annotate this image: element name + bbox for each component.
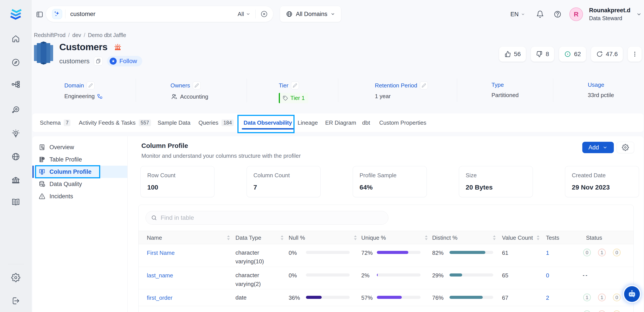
sidebar-lineage-icon[interactable]: [10, 79, 21, 90]
sidebar-home-icon[interactable]: [10, 33, 21, 44]
sidebar-observe-icon[interactable]: [10, 104, 21, 115]
entity-name: customers: [59, 57, 90, 65]
sort-carets-icon[interactable]: [354, 231, 357, 244]
tab-queries[interactable]: Queries184: [198, 113, 234, 132]
stat-refresh-button[interactable]: 47.6: [591, 47, 623, 62]
tab-er-diagram[interactable]: ER Diagram: [325, 113, 356, 132]
edit-pencil-icon[interactable]: [87, 82, 94, 89]
column-header-data-type[interactable]: Data Type: [236, 231, 261, 244]
edit-pencil-icon[interactable]: [291, 82, 299, 89]
cell-tests[interactable]: 2: [546, 294, 549, 301]
search-scope-dropdown[interactable]: All: [238, 11, 250, 18]
column-header-value-count[interactable]: Value Count: [502, 231, 533, 244]
table-row[interactable]: [138, 306, 634, 312]
status-badge: 1: [583, 293, 591, 301]
tab-custom-properties[interactable]: Custom Properties: [379, 113, 426, 132]
breadcrumb-item[interactable]: Demo dbt Jaffle: [88, 32, 126, 38]
sidebar-governance-icon[interactable]: [10, 175, 21, 186]
sidebar-insights-icon[interactable]: [10, 128, 21, 139]
cell-tests[interactable]: 0: [546, 272, 549, 279]
add-button[interactable]: Add: [582, 142, 614, 153]
cell-name[interactable]: First Name: [147, 250, 174, 256]
tier-badge[interactable]: Tier 1: [279, 93, 308, 103]
cell-name[interactable]: first_order: [147, 294, 172, 301]
subnav-item-table-profile[interactable]: Table Profile: [32, 153, 127, 166]
ai-sparkle-icon[interactable]: [52, 9, 62, 19]
stat-circle-dot-button[interactable]: 62: [559, 47, 586, 62]
cell-name[interactable]: last_name: [147, 272, 173, 279]
edit-pencil-icon[interactable]: [420, 82, 428, 89]
percent-bar-fill: [450, 273, 462, 276]
profile-settings-button[interactable]: [617, 142, 634, 153]
tab-dbt[interactable]: dbt: [362, 113, 370, 132]
breadcrumb-item[interactable]: RedshiftProd: [34, 32, 66, 38]
column-header-status[interactable]: Status: [586, 231, 602, 244]
table-row[interactable]: last_namecharacter varying(2)0%2%29%650-…: [138, 267, 634, 289]
notifications-bell-icon[interactable]: [536, 10, 544, 18]
search-input[interactable]: customer: [70, 11, 238, 18]
table-row[interactable]: first_orderdate36%57%76%672110: [138, 289, 634, 306]
tab-data-observability[interactable]: Data Observability: [244, 113, 292, 132]
sort-carets-icon[interactable]: [227, 231, 230, 244]
percent-bar: [450, 296, 493, 299]
more-actions-button[interactable]: [628, 47, 642, 62]
subnav-item-incidents[interactable]: Incidents: [32, 190, 127, 202]
sort-carets-icon[interactable]: [492, 231, 496, 244]
tab-sample-data[interactable]: Sample Data: [158, 113, 190, 132]
status-badges: 110: [583, 293, 620, 301]
sidebar-toggle-icon[interactable]: [36, 11, 44, 19]
avatar-initial: R: [574, 11, 578, 18]
subnav-label: Table Profile: [50, 156, 82, 163]
meta-value-text[interactable]: 33rd pctile: [588, 92, 614, 99]
table-row[interactable]: First Namecharacter varying(10)0%72%82%6…: [138, 244, 634, 267]
sidebar-web-icon[interactable]: [10, 151, 21, 162]
find-in-table-input[interactable]: Find in table: [146, 211, 388, 225]
user-menu[interactable]: Rounakpreet.d Data Steward: [589, 7, 630, 22]
column-header-tests[interactable]: Tests: [546, 231, 559, 244]
meta-value-text[interactable]: Accounting: [180, 93, 208, 100]
stat-thumbs-up-button[interactable]: 56: [499, 47, 526, 62]
column-header-distinct-[interactable]: Distinct %: [432, 231, 458, 244]
atlan-logo-icon[interactable]: [8, 7, 24, 23]
sort-carets-icon[interactable]: [424, 231, 428, 244]
follow-button[interactable]: ★ Follow: [107, 56, 142, 66]
column-header-unique-[interactable]: Unique %: [361, 231, 386, 244]
tab-schema[interactable]: Schema7: [40, 113, 70, 132]
subnav-item-column-profile[interactable]: Column Profile: [32, 166, 127, 178]
percent-bar-fill: [306, 296, 322, 299]
copy-name-button[interactable]: [94, 57, 103, 66]
alert-siren-icon[interactable]: [113, 43, 122, 52]
tab-lineage[interactable]: Lineage: [298, 113, 318, 132]
cell-distinct-pct: 76%: [432, 294, 444, 301]
stat-value: 47.6: [606, 51, 618, 58]
subnav-item-overview[interactable]: Overview: [32, 141, 127, 153]
stat-thumbs-down-button[interactable]: 8: [531, 47, 554, 62]
sidebar-discover-icon[interactable]: [10, 57, 21, 68]
language-selector[interactable]: EN: [510, 11, 525, 18]
user-menu-chevron-icon[interactable]: [636, 12, 642, 17]
meta-value-text[interactable]: 1 year: [375, 93, 390, 100]
sidebar-settings-icon[interactable]: [10, 272, 21, 283]
sort-carets-icon[interactable]: [280, 231, 284, 244]
sort-carets-icon[interactable]: [536, 231, 540, 244]
column-header-null-[interactable]: Null %: [289, 231, 305, 244]
chevron-down-icon: [521, 12, 525, 17]
subnav-item-data-quality[interactable]: Data Quality: [32, 178, 127, 190]
sidebar-logout-icon[interactable]: [10, 295, 21, 306]
global-search-bar[interactable]: customer All: [46, 6, 273, 22]
all-domains-dropdown[interactable]: All Domains: [280, 6, 341, 22]
edit-pencil-icon[interactable]: [193, 82, 201, 89]
doc-search-icon: [38, 144, 46, 151]
tab-activity-feeds-tasks[interactable]: Activity Feeds & Tasks557: [79, 113, 151, 132]
sidebar-glossary-icon[interactable]: [10, 197, 21, 208]
tab-count-badge: 184: [222, 119, 234, 126]
breadcrumb-item[interactable]: dev: [72, 32, 81, 38]
help-icon[interactable]: [554, 10, 562, 18]
cell-tests[interactable]: 1: [546, 250, 549, 256]
meta-value-text[interactable]: Partitioned: [492, 92, 518, 99]
meta-value-text[interactable]: Engineering: [64, 93, 95, 100]
search-clear-icon[interactable]: [260, 10, 268, 18]
user-avatar[interactable]: R: [570, 8, 583, 21]
chat-fab-button[interactable]: [624, 286, 640, 302]
column-header-name[interactable]: Name: [147, 231, 162, 244]
